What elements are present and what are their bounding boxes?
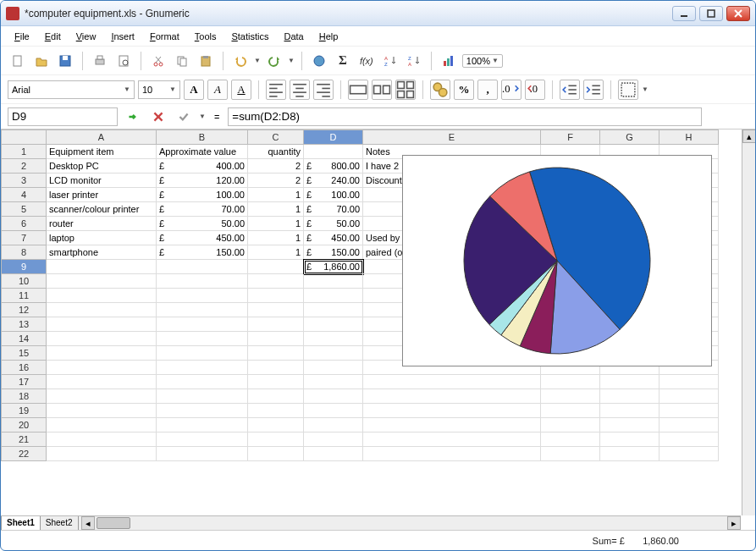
row-header-13[interactable]: 13 (1, 317, 47, 332)
cell-F19[interactable] (541, 404, 600, 418)
row-header-1[interactable]: 1 (1, 145, 47, 159)
cancel-button[interactable] (148, 107, 168, 127)
row-header-19[interactable]: 19 (1, 404, 47, 418)
zoom-selector[interactable]: 100% ▼ (462, 54, 503, 68)
cell-G21[interactable] (600, 433, 659, 447)
cell-B21[interactable] (157, 433, 248, 447)
merge-button[interactable] (372, 80, 392, 100)
cell-H20[interactable] (659, 418, 719, 433)
cell-A22[interactable] (47, 447, 157, 461)
cell-A19[interactable] (47, 404, 157, 418)
cell-G19[interactable] (600, 404, 659, 418)
cell-E17[interactable] (363, 375, 541, 389)
cell-H17[interactable] (659, 375, 719, 389)
undo-dropdown[interactable]: ▼ (254, 57, 261, 64)
cell-A20[interactable] (47, 418, 157, 433)
cell-D16[interactable] (304, 361, 363, 375)
cell-D11[interactable] (304, 289, 363, 303)
row-header-14[interactable]: 14 (1, 332, 47, 346)
cell-E21[interactable] (363, 433, 541, 447)
cut-button[interactable] (148, 51, 168, 71)
col-header-B[interactable]: B (157, 129, 248, 145)
scroll-thumb[interactable] (97, 517, 130, 529)
cell-F21[interactable] (541, 433, 600, 447)
cell-D1[interactable] (304, 145, 363, 159)
cell-D10[interactable] (304, 274, 363, 289)
chart-button[interactable] (439, 51, 459, 71)
cell-A13[interactable] (47, 317, 157, 332)
cell-C22[interactable] (248, 447, 304, 461)
cell-H19[interactable] (659, 404, 719, 418)
cell-C1[interactable]: quantity (248, 145, 304, 159)
currency-button[interactable] (430, 80, 450, 100)
cell-B1[interactable]: Approximate value (157, 145, 248, 159)
cell-A18[interactable] (47, 389, 157, 404)
horizontal-scrollbar[interactable]: ◂ ▸ (81, 515, 741, 530)
cell-A7[interactable]: laptop (47, 231, 157, 245)
cell-C7[interactable]: 1 (248, 231, 304, 245)
cell-C14[interactable] (248, 332, 304, 346)
cell-C9[interactable] (248, 260, 304, 274)
cell-B3[interactable]: £120.00 (157, 174, 248, 188)
cell-C19[interactable] (248, 404, 304, 418)
cell-D14[interactable] (304, 332, 363, 346)
row-header-17[interactable]: 17 (1, 375, 47, 389)
accept-dropdown[interactable]: ▼ (199, 113, 206, 120)
decrease-indent-button[interactable] (560, 80, 580, 100)
menu-view[interactable]: View (69, 30, 103, 43)
cell-C8[interactable]: 1 (248, 245, 304, 260)
maximize-button[interactable] (699, 6, 723, 21)
pie-chart[interactable] (402, 155, 712, 366)
col-header-A[interactable]: A (47, 129, 157, 145)
paste-button[interactable] (196, 51, 216, 71)
sort-asc-button[interactable]: AZ (380, 51, 400, 71)
cell-E19[interactable] (363, 404, 541, 418)
decrease-decimal-button[interactable]: .0 (525, 80, 545, 100)
function-button[interactable]: f(x) (356, 51, 377, 71)
cell-B5[interactable]: £70.00 (157, 202, 248, 217)
cell-D2[interactable]: £800.00 (304, 159, 363, 174)
cell-F22[interactable] (541, 447, 600, 461)
merge-center-button[interactable] (348, 80, 368, 100)
print-preview-button[interactable] (113, 51, 134, 71)
cell-C21[interactable] (248, 433, 304, 447)
new-button[interactable] (8, 51, 28, 71)
cell-D9[interactable]: £1,860.00 (304, 260, 363, 274)
cell-B11[interactable] (157, 289, 248, 303)
col-header-G[interactable]: G (600, 129, 659, 145)
cell-B8[interactable]: £150.00 (157, 245, 248, 260)
print-button[interactable] (90, 51, 110, 71)
cell-A10[interactable] (47, 274, 157, 289)
cell-E20[interactable] (363, 418, 541, 433)
col-header-D[interactable]: D (304, 129, 363, 145)
cell-A3[interactable]: LCD monitor (47, 174, 157, 188)
row-header-21[interactable]: 21 (1, 433, 47, 447)
cell-B6[interactable]: £50.00 (157, 217, 248, 231)
cell-A16[interactable] (47, 361, 157, 375)
menu-insert[interactable]: Insert (104, 30, 141, 43)
cell-A2[interactable]: Desktop PC (47, 159, 157, 174)
cell-B14[interactable] (157, 332, 248, 346)
col-header-E[interactable]: E (363, 129, 541, 145)
cell-G20[interactable] (600, 418, 659, 433)
sheet-tab-sheet3[interactable]: Sheet3 (78, 516, 82, 530)
cell-H22[interactable] (659, 447, 719, 461)
cell-A6[interactable]: router (47, 217, 157, 231)
cell-A1[interactable]: Equipment item (47, 145, 157, 159)
sheet-tab-sheet1[interactable]: Sheet1 (1, 516, 41, 530)
menu-statistics[interactable]: Statistics (224, 30, 275, 43)
row-header-9[interactable]: 9 (1, 260, 47, 274)
align-center-button[interactable] (290, 80, 310, 100)
menu-file[interactable]: File (8, 30, 36, 43)
hyperlink-button[interactable] (309, 51, 329, 71)
menu-format[interactable]: Format (143, 30, 186, 43)
row-header-15[interactable]: 15 (1, 346, 47, 361)
borders-button[interactable] (618, 80, 638, 100)
minimize-button[interactable] (672, 6, 696, 21)
cell-A9[interactable] (47, 260, 157, 274)
cell-C17[interactable] (248, 375, 304, 389)
cell-B18[interactable] (157, 389, 248, 404)
cell-C11[interactable] (248, 289, 304, 303)
cell-reference-input[interactable] (8, 107, 118, 126)
cell-B10[interactable] (157, 274, 248, 289)
